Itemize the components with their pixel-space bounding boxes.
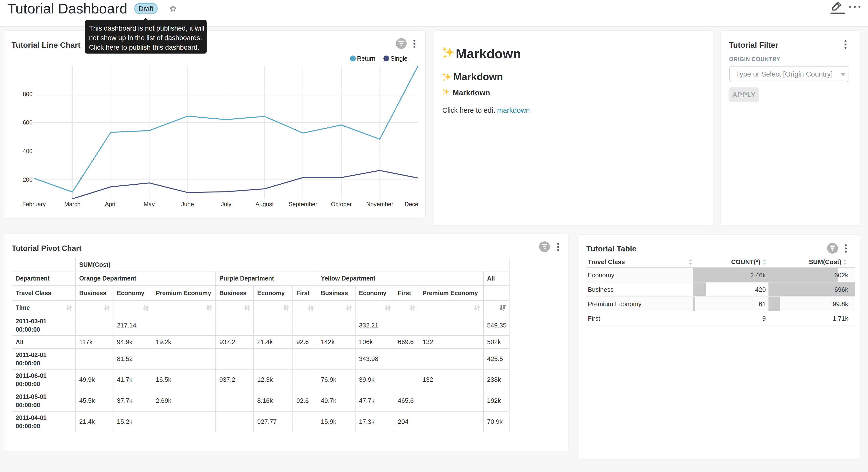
svg-text:61: 61: [759, 300, 766, 308]
svg-text:December: December: [405, 201, 418, 207]
svg-text:200: 200: [23, 176, 33, 183]
svg-text:Business: Business: [588, 286, 614, 293]
svg-text:March: March: [64, 201, 81, 207]
svg-text:Single: Single: [391, 55, 408, 62]
svg-text:Travel Class: Travel Class: [588, 258, 625, 266]
svg-text:July: July: [221, 201, 231, 207]
svg-text:Return: Return: [357, 55, 375, 62]
svg-text:Premium Economy: Premium Economy: [588, 300, 642, 308]
svg-text:First: First: [588, 315, 600, 322]
svg-text:May: May: [144, 201, 155, 207]
svg-text:602k: 602k: [835, 271, 848, 279]
svg-text:February: February: [22, 201, 46, 207]
svg-text:COUNT(*): COUNT(*): [731, 258, 761, 266]
svg-text:October: October: [331, 201, 351, 207]
svg-text:September: September: [288, 201, 317, 207]
svg-text:800: 800: [23, 91, 33, 97]
svg-text:9: 9: [763, 315, 766, 322]
svg-text:99.8k: 99.8k: [833, 300, 848, 308]
svg-text:SUM(Cost): SUM(Cost): [809, 258, 841, 266]
svg-text:420: 420: [755, 286, 766, 293]
svg-text:April: April: [105, 201, 117, 207]
svg-text:Economy: Economy: [588, 271, 614, 279]
svg-text:600: 600: [23, 119, 33, 126]
svg-text:November: November: [366, 201, 394, 207]
svg-text:June: June: [181, 201, 194, 207]
svg-text:400: 400: [23, 148, 33, 154]
svg-text:1.71k: 1.71k: [833, 315, 848, 322]
svg-text:696k: 696k: [835, 286, 848, 293]
svg-text:August: August: [255, 201, 274, 207]
svg-text:2.46k: 2.46k: [750, 271, 766, 279]
